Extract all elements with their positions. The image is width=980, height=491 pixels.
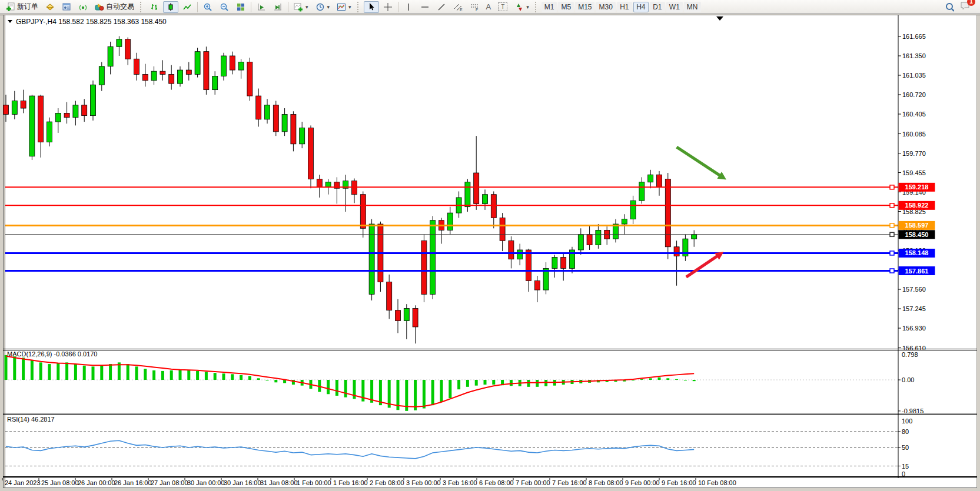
- toolbar-right: 1: [945, 1, 978, 13]
- tile-windows-button[interactable]: [233, 1, 248, 13]
- trendline-icon: [437, 2, 446, 12]
- svg-text:159.770: 159.770: [902, 150, 926, 157]
- svg-text:E: E: [460, 8, 463, 12]
- notification-badge: 1: [967, 0, 975, 6]
- timeframe-H4[interactable]: H4: [633, 2, 649, 12]
- toolbar-grip: [535, 2, 539, 12]
- tile-windows-icon: [236, 2, 245, 12]
- arrows-tool-button[interactable]: ▾: [511, 1, 532, 13]
- svg-text:7 Feb 00:00: 7 Feb 00:00: [516, 479, 550, 486]
- svg-text:9 Feb 00:00: 9 Feb 00:00: [625, 479, 660, 486]
- bar-chart-icon: [150, 2, 159, 12]
- svg-text:157.245: 157.245: [902, 305, 926, 312]
- svg-text:157.861: 157.861: [905, 268, 929, 275]
- timeframe-D1[interactable]: D1: [650, 2, 665, 12]
- zoom-out-icon: [220, 2, 229, 12]
- chart-shift-button[interactable]: [270, 1, 285, 13]
- timeframe-M5[interactable]: M5: [558, 2, 574, 12]
- arrows-tool-icon: [514, 2, 524, 12]
- autotrade-label: 自动交易: [106, 2, 134, 12]
- svg-text:27 Jan 08:00: 27 Jan 08:00: [151, 479, 188, 486]
- svg-text:158.922: 158.922: [905, 202, 929, 209]
- zoom-in-button[interactable]: [200, 1, 215, 13]
- search-icon[interactable]: [945, 2, 954, 12]
- svg-text:158.450: 158.450: [905, 231, 929, 238]
- crosshair-button[interactable]: [380, 1, 396, 13]
- horizontal-line-icon: [420, 2, 430, 12]
- dropdown-caret: ▾: [327, 4, 330, 10]
- trendline-button[interactable]: [434, 1, 449, 13]
- text-label-icon: T: [498, 2, 507, 11]
- timeframe-MN[interactable]: MN: [684, 2, 701, 12]
- svg-text:158.597: 158.597: [905, 222, 929, 229]
- auto-scroll-button[interactable]: [254, 1, 269, 13]
- svg-text:8 Feb 08:00: 8 Feb 08:00: [589, 479, 623, 486]
- text-tool-icon: A: [486, 2, 491, 11]
- market-watch-button[interactable]: [42, 1, 58, 13]
- text-label-button[interactable]: T: [495, 1, 510, 13]
- line-chart-button[interactable]: [180, 1, 195, 13]
- chart-canvas[interactable]: 161.665161.350161.035160.720160.405160.0…: [0, 14, 980, 491]
- svg-text:3 Feb 00:00: 3 Feb 00:00: [406, 479, 441, 486]
- svg-text:1 Feb 16:00: 1 Feb 16:00: [333, 479, 368, 486]
- svg-text:26 Jan 16:00: 26 Jan 16:00: [114, 479, 152, 486]
- vertical-line-button[interactable]: [401, 1, 416, 13]
- autotrade-icon: [95, 2, 104, 12]
- horizontal-line-button[interactable]: [417, 1, 433, 13]
- svg-text:160.085: 160.085: [902, 131, 926, 138]
- chart-window[interactable]: 161.665161.350161.035160.720160.405160.0…: [0, 14, 980, 491]
- line-chart-icon: [182, 2, 192, 12]
- svg-text:6 Feb 08:00: 6 Feb 08:00: [479, 479, 514, 486]
- svg-text:161.035: 161.035: [902, 72, 926, 79]
- svg-text:MACD(12,26,9) -0.0366 0.0170: MACD(12,26,9) -0.0366 0.0170: [7, 350, 97, 358]
- data-window-icon: [62, 2, 71, 12]
- news-signal-button[interactable]: [75, 1, 91, 13]
- timeframe-M30[interactable]: M30: [596, 2, 615, 12]
- svg-text:1 Feb 00:00: 1 Feb 00:00: [297, 479, 331, 486]
- autotrade-button[interactable]: 自动交易: [92, 1, 137, 13]
- svg-text:156.930: 156.930: [902, 325, 926, 332]
- text-tool-button[interactable]: A: [483, 1, 494, 13]
- chat-button[interactable]: 1: [960, 1, 971, 13]
- svg-text:159.218: 159.218: [905, 183, 929, 191]
- periods-button[interactable]: ▾: [313, 1, 333, 13]
- svg-text:15: 15: [902, 463, 909, 470]
- data-window-button[interactable]: [59, 1, 74, 13]
- svg-text:50: 50: [902, 444, 909, 451]
- toolbar-separator: [197, 2, 198, 12]
- bar-chart-button[interactable]: [147, 1, 162, 13]
- new-order-icon: [6, 2, 15, 12]
- toolbar-grip: [140, 2, 144, 12]
- timeframe-H1[interactable]: H1: [617, 2, 632, 12]
- timeframe-W1[interactable]: W1: [666, 2, 683, 12]
- svg-text:158.148: 158.148: [905, 249, 929, 256]
- svg-text:31 Jan 08:00: 31 Jan 08:00: [260, 479, 298, 486]
- svg-text:-0.9815: -0.9815: [902, 408, 923, 415]
- svg-text:30 Jan 16:00: 30 Jan 16:00: [224, 479, 261, 486]
- timeframe-M15[interactable]: M15: [575, 2, 594, 12]
- candlestick-chart-button[interactable]: [163, 1, 178, 13]
- equidistant-channel-button[interactable]: E: [450, 1, 466, 13]
- svg-text:161.350: 161.350: [902, 52, 926, 59]
- cursor-button[interactable]: [364, 1, 379, 13]
- svg-text:25 Jan 08:00: 25 Jan 08:00: [41, 479, 79, 486]
- signal-icon: [78, 2, 88, 12]
- svg-text:9 Feb 16:00: 9 Feb 16:00: [662, 479, 696, 486]
- indicators-icon: [294, 2, 303, 12]
- svg-text:156.610: 156.610: [902, 345, 926, 352]
- dropdown-caret: ▾: [526, 4, 529, 10]
- zoom-out-button[interactable]: [217, 1, 232, 13]
- dropdown-caret: ▾: [348, 4, 351, 10]
- templates-icon: [337, 2, 346, 12]
- svg-text:F: F: [476, 8, 478, 12]
- toolbar-separator: [398, 2, 398, 12]
- svg-text:10 Feb 08:00: 10 Feb 08:00: [698, 479, 736, 486]
- templates-button[interactable]: ▾: [334, 1, 354, 13]
- timeframe-M1[interactable]: M1: [542, 2, 557, 12]
- new-order-button[interactable]: 新订单: [3, 1, 41, 13]
- toolbar-separator: [288, 2, 288, 12]
- indicators-button[interactable]: ▾: [291, 1, 311, 13]
- fibonacci-button[interactable]: F: [467, 1, 482, 13]
- svg-text:160.720: 160.720: [902, 91, 926, 98]
- chart-shift-icon: [273, 2, 283, 12]
